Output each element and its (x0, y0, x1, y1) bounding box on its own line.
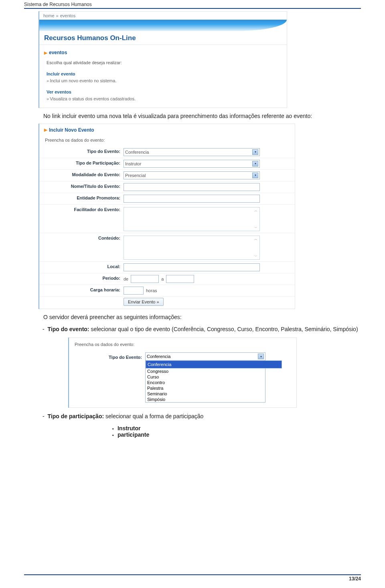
triangle-right-icon: ▶ (44, 128, 47, 132)
label-tipo-participacao: Tipo de Participação: (39, 158, 124, 169)
label-tipo-evento: Tipo do Evento: (39, 146, 124, 158)
screenshot-eventos-menu: home » eventos Recursos Humanos On-Line … (38, 11, 287, 108)
chevron-right-icon: » (56, 13, 59, 18)
link-ver-eventos[interactable]: Ver eventos (47, 89, 281, 96)
option-congresso[interactable]: Congresso (146, 368, 265, 374)
label-carga: Carga horaria: (39, 285, 124, 296)
section-header-incluir: ▶ Incluir Novo Evento (39, 124, 295, 134)
option-curso[interactable]: Curso (146, 374, 265, 380)
label-entidade: Entidade Promotora: (39, 193, 124, 204)
section-header-eventos: ▶ eventos (39, 45, 287, 57)
paragraph-2: O servidor deverá preencher as seguintes… (24, 313, 361, 321)
header-swoosh (39, 20, 287, 31)
breadcrumb-home-link[interactable]: home (43, 13, 55, 18)
scroll-down-icon: ﹀ (253, 226, 259, 230)
doc-header: Sistema de Recursos Humanos (24, 0, 361, 7)
breadcrumb-current: eventos (60, 13, 76, 18)
option-conferencia[interactable]: Conferencia (146, 360, 282, 368)
periodo-a-text: a (161, 277, 164, 281)
paragraph-1: No link incluir evento uma nova tela é v… (24, 112, 361, 120)
bullet-tipo-evento: Tipo do evento: selecionar qual o tipo d… (48, 325, 361, 334)
periodo-de-text: de (124, 277, 128, 281)
textarea-conteudo[interactable]: ︿﹀ (124, 236, 260, 260)
input-entidade[interactable] (124, 195, 260, 203)
form-instruction: Preencha os dados do evento: (39, 134, 295, 146)
input-periodo-de[interactable] (131, 275, 159, 283)
form-title: Incluir Novo Evento (49, 127, 94, 133)
link-ver-eventos-desc: »Visualiza o status dos eventos cadastra… (47, 96, 281, 103)
label-conteudo: Conteúdo: (39, 233, 124, 261)
module-title: Recursos Humanos On-Line (39, 33, 287, 45)
label-facilitador: Facilitador do Evento: (39, 205, 124, 233)
form-instruction: Preencha os dados do evento: (73, 342, 292, 352)
page-number: 13/24 (24, 575, 361, 582)
input-periodo-a[interactable] (166, 275, 194, 283)
screenshot-tipo-evento-dropdown: Preencha os dados do evento: Tipo do Eve… (68, 338, 297, 408)
link-incluir-evento-desc: »Inclui um novo evento no sistema. (47, 77, 281, 85)
chevron-down-icon: ▾ (252, 161, 258, 167)
enviar-evento-button[interactable]: Enviar Evento » (124, 298, 164, 306)
scroll-up-icon: ︿ (253, 208, 259, 213)
input-carga[interactable] (124, 287, 144, 295)
scroll-up-icon: ︿ (253, 237, 259, 241)
carga-unit: horas (146, 288, 157, 293)
option-simposio[interactable]: Simpósio (146, 397, 265, 402)
select-current-value: Conferencia (147, 354, 170, 359)
scroll-down-icon: ﹀ (253, 254, 259, 258)
label-nome-titulo: Nome/Titulo do Evento: (39, 181, 124, 193)
sub-bullet-instrutor: Instrutor (112, 425, 361, 431)
option-palestra[interactable]: Palestra (146, 385, 265, 391)
select-tipo-participacao[interactable]: Instrutor ▾ (124, 160, 260, 168)
prompt-text: Escolha qual atividade deseja realizar: (47, 59, 281, 67)
select-modalidade[interactable]: Presencial ▾ (124, 171, 260, 179)
section-title: eventos (49, 50, 67, 55)
chevron-down-icon: ▾ (252, 173, 258, 178)
select-tipo-evento-open[interactable]: Conferencia ▾ Conferencia Congresso Curs… (145, 352, 265, 403)
option-seminario[interactable]: Seminario (146, 391, 265, 397)
screenshot-incluir-novo-evento: ▶ Incluir Novo Evento Preencha os dados … (38, 124, 295, 309)
label-local: Local: (39, 262, 124, 273)
label-tipo-evento: Tipo do Evento: (73, 352, 145, 360)
bullet-tipo-participacao: Tipo de participação: selecionar qual a … (48, 412, 361, 421)
input-local[interactable] (124, 263, 260, 271)
header-rule (24, 8, 361, 9)
label-periodo: Periodo: (39, 273, 124, 285)
input-nome-titulo[interactable] (124, 183, 260, 191)
breadcrumb: home » eventos (39, 12, 287, 20)
label-modalidade: Modalidade do Evento: (39, 170, 124, 181)
sub-bullet-participante: participante (112, 431, 361, 438)
option-encontro[interactable]: Encontro (146, 380, 265, 385)
textarea-facilitador[interactable]: ︿﹀ (124, 207, 260, 231)
chevron-down-icon: ▾ (252, 149, 258, 155)
select-tipo-evento[interactable]: Conferencia ▾ (124, 148, 260, 156)
link-incluir-evento[interactable]: Incluir evento (47, 71, 281, 78)
chevron-down-icon: ▾ (258, 354, 264, 359)
triangle-right-icon: ▶ (44, 51, 47, 55)
